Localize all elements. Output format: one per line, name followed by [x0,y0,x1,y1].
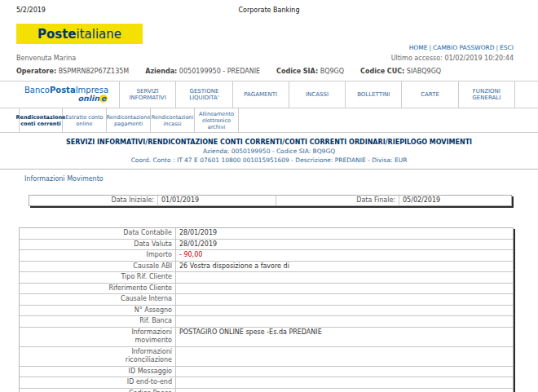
data-iniziale-label: Data Iniziale: [29,196,158,205]
table-row: Causale Interna [20,294,513,306]
data-finale-value: 05/02/2019 [399,196,511,205]
table-row: Rif. Banca [20,316,513,328]
bancoposta-logo: BancoPostaImpresa online [0,81,119,108]
azienda-line: Azienda: 0050199950 - Codice SIA: BQ9GQ [0,148,538,155]
tab-pagamenti[interactable]: PAGAMENTI [232,81,289,108]
data-iniziale-value: 01/01/2019 [158,196,276,205]
table-row: Data Contabile28/01/2019 [20,228,513,240]
row-value: 28/01/2019 [176,228,513,239]
date-filter-bar: Data Iniziale: 01/01/2019 Data Finale: 0… [29,195,512,206]
row-label: Riferimento Cliente [20,284,176,294]
print-header: 5/2/2019 Corporate Banking [0,0,538,14]
row-label: Codice Paese [20,389,176,392]
row-label: Data Contabile [20,228,176,239]
submenu-rendicontazioni-incassi[interactable]: Rendicontazioni incassi [151,108,195,132]
row-label: Rif. Banca [20,316,176,327]
session-links: HOME|CAMBIO PASSWORD|ESCI [409,44,514,51]
codice-cuc-field: Codice CUC: SIABQ9GQ [360,68,441,75]
table-row: Data Valuta28/01/2019 [20,240,513,251]
row-value: - [176,389,513,392]
home-link[interactable]: HOME [409,44,428,51]
row-label: Tipo Rif. Cliente [20,272,176,283]
row-value [176,284,513,294]
print-date: 5/2/2019 [16,7,183,14]
welcome-row: Benvenuta Marina Ultimo accesso: 01/02/2… [16,55,514,62]
main-menu: BancoPostaImpresa online SERVIZI INFORMA… [0,81,538,108]
section-title: Informazioni Movimento [24,175,538,183]
row-value [176,272,513,283]
tab-incassi[interactable]: INCASSI [289,81,345,108]
esci-link[interactable]: ESCI [500,44,514,51]
submenu: Rendicontazione conti correnti Estratto … [0,108,538,133]
row-value: 28/01/2019 [176,240,513,250]
table-row: Tipo Rif. Cliente [20,272,513,284]
row-label: Causale Interna [20,294,176,305]
row-value [176,347,513,366]
azienda-field: Azienda: 0050199950 - PREDANIE [145,68,260,75]
breadcrumb: SERVIZI INFORMATIVI/RENDICONTAZIONE CONT… [0,139,538,146]
print-title: Corporate Banking [186,7,353,14]
row-value [176,306,513,316]
row-value [176,294,513,305]
row-value: POSTAGIRO ONLINE spese -Es.da PREDANIE [176,328,513,346]
submenu-estratto-conto-online[interactable]: Estratto conto online [63,108,107,132]
importo-value: - 90,00 [176,250,513,261]
tab-funzioni-generali[interactable]: FUNZIONI GENERALI [458,81,514,108]
table-row: Importo- 90,00 [20,250,513,262]
poste-italiane-logo: Posteitaliane [16,24,143,44]
operator-row: Operatore: BSPMRN82P67Z135M Azienda: 005… [16,68,514,75]
tab-carte[interactable]: CARTE [401,81,457,108]
row-value [176,377,513,388]
tab-gestione-liquidita[interactable]: GESTIONE LIQUIDITA' [175,81,232,108]
table-row: Informazioni movimentoPOSTAGIRO ONLINE s… [20,328,513,347]
cambio-password-link[interactable]: CAMBIO PASSWORD [433,44,494,51]
row-label: ID end-to-end [20,377,176,388]
tab-bollettini[interactable]: BOLLETTINI [345,81,401,108]
row-label: Data Valuta [20,240,176,250]
row-value [176,367,513,377]
table-row: Codice Paese- [20,389,513,392]
row-label: Informazioni movimento [20,328,176,346]
row-label: ID Messaggio [20,367,176,377]
poste-logo-bold-text: Poste [37,27,77,42]
row-label: Importo [20,250,176,261]
submenu-allineamento-elettronico-archivi[interactable]: Allineamento elettronico archivi [195,108,239,132]
submenu-rendicontazione-pagamenti[interactable]: Rendicontazione pagamenti [107,108,151,132]
movement-details-table: Data Contabile28/01/2019 Data Valuta28/0… [19,227,514,392]
codice-sia-field: Codice SIA: BQ9GQ [276,68,344,75]
divider [0,169,538,170]
welcome-text: Benvenuta Marina [16,55,76,62]
table-row: Riferimento Cliente [20,284,513,295]
coord-conto-line: Coord. Conto : IT 47 E 07601 10800 00101… [0,156,538,164]
row-value: 26 Vostra disposizione a favore di [176,262,513,272]
data-finale-label: Data Finale: [276,196,399,205]
print-header-spacer [355,7,522,14]
poste-logo-regular-text: italiane [77,27,122,42]
table-row: Causale ABI26 Vostra disposizione a favo… [20,262,513,273]
table-row: Informazioni riconciliazione [20,347,513,367]
last-access-text: Ultimo accesso: 01/02/2019 10:20:44 [391,55,514,62]
row-label: N° Assegno [20,306,176,316]
row-value [176,316,513,327]
table-row: N° Assegno [20,306,513,317]
tab-servizi-informativi[interactable]: SERVIZI INFORMATIVI [119,81,175,108]
operator-field: Operatore: BSPMRN82P67Z135M [16,68,129,75]
table-row: ID Messaggio [20,367,513,378]
row-label: Informazioni riconciliazione [20,347,176,366]
row-label: Causale ABI [20,262,176,272]
table-row: ID end-to-end [20,377,513,389]
online-e-badge: e [99,95,108,103]
submenu-rendicontazione-conti-correnti[interactable]: Rendicontazione conti correnti [19,108,63,132]
menu-spacer [514,81,538,108]
